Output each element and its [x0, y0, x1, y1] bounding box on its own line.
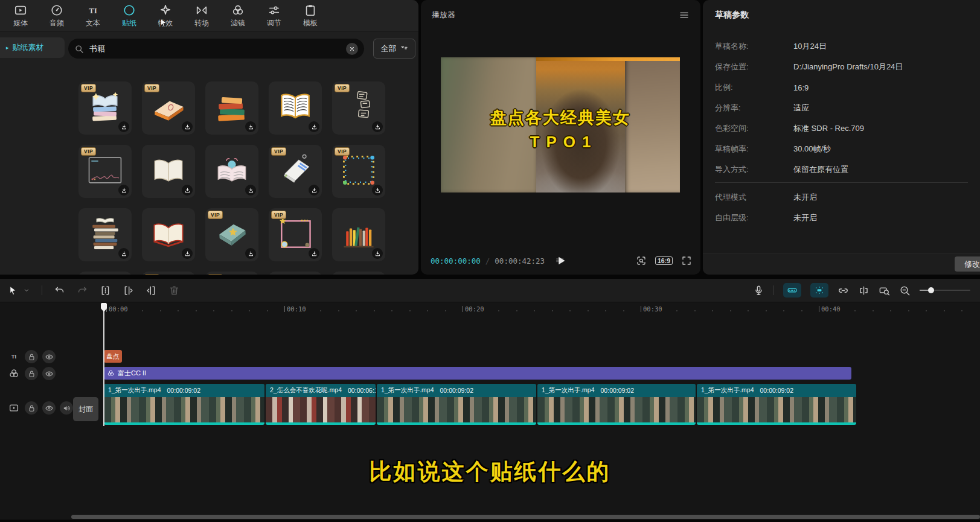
- download-button[interactable]: [372, 248, 383, 259]
- download-button[interactable]: [118, 185, 129, 196]
- search-input[interactable]: [88, 43, 342, 54]
- param-label: 代理模式: [703, 192, 793, 203]
- sticker-4[interactable]: [269, 81, 322, 135]
- select-tool-chevron-icon[interactable]: [23, 287, 30, 294]
- video-clip-5[interactable]: 1_第一次出手.mp400:00:09:02: [697, 384, 856, 425]
- sticker-20[interactable]: [332, 272, 385, 275]
- delete-button[interactable]: [168, 285, 180, 296]
- sticker-7[interactable]: [142, 145, 195, 198]
- video-clip-4[interactable]: 1_第一次出手.mp400:00:09:02: [537, 384, 696, 425]
- download-button[interactable]: [245, 248, 256, 259]
- ruler-minor-tick: [231, 310, 232, 311]
- media-type-toolbar: 媒体音频TI文本贴纸特效转场滤镜调节模板: [0, 0, 418, 32]
- toolbar-item-template[interactable]: 模板: [292, 4, 328, 28]
- sticker-11[interactable]: [78, 208, 132, 261]
- redo-button[interactable]: [77, 285, 88, 296]
- ruler-minor-tick: [730, 310, 731, 311]
- main-track-magnet-toggle[interactable]: [783, 283, 801, 298]
- download-button[interactable]: [309, 121, 319, 132]
- lock-icon[interactable]: [25, 350, 38, 363]
- download-button[interactable]: [309, 248, 319, 259]
- aspect-ratio-button[interactable]: 16:9: [655, 256, 673, 265]
- clip-audio-strip: [697, 422, 856, 425]
- visibility-icon[interactable]: [42, 350, 56, 363]
- ruler-label: 00:30: [643, 305, 662, 313]
- toolbar-item-filter[interactable]: 滤镜: [220, 4, 256, 28]
- toolbar-item-transition[interactable]: 转场: [184, 4, 220, 28]
- sticker-14[interactable]: VIP: [269, 208, 322, 261]
- sticker-9[interactable]: VIP: [269, 145, 322, 198]
- sticker-5[interactable]: VIP: [332, 81, 385, 135]
- sticker-10[interactable]: VIP: [332, 145, 385, 198]
- video-clip-3[interactable]: 1_第一次出手.mp400:00:09:02: [377, 384, 536, 425]
- player-right-controls: 16:9: [636, 252, 692, 270]
- download-button[interactable]: [309, 185, 319, 196]
- mute-icon[interactable]: [60, 401, 73, 415]
- visibility-icon[interactable]: [42, 367, 56, 380]
- sticker-3[interactable]: [205, 81, 258, 135]
- sticker-13[interactable]: VIP: [205, 208, 258, 261]
- download-button[interactable]: [182, 248, 193, 259]
- lock-icon[interactable]: [25, 401, 38, 415]
- sticker-8[interactable]: [205, 145, 258, 198]
- timeline-zoom-slider[interactable]: [920, 285, 970, 296]
- download-button[interactable]: [245, 185, 256, 196]
- linkage-toggle[interactable]: [837, 285, 849, 296]
- sticker-1[interactable]: VIP: [78, 81, 132, 135]
- sticker-15[interactable]: [332, 208, 385, 261]
- filter-clip[interactable]: 富士CC II: [104, 367, 851, 380]
- trim-right-button[interactable]: [146, 285, 157, 296]
- split-button[interactable]: [100, 285, 111, 296]
- select-tool-button[interactable]: [7, 285, 19, 296]
- lock-icon[interactable]: [25, 367, 38, 380]
- ruler-major-tick: [463, 306, 463, 312]
- current-time[interactable]: 00:00:00:00: [431, 256, 481, 266]
- clear-search-button[interactable]: [346, 43, 358, 55]
- auto-snap-toggle[interactable]: [810, 283, 828, 298]
- sticker-12[interactable]: [142, 208, 195, 261]
- toolbar-item-text[interactable]: TI文本: [75, 4, 111, 28]
- sticker-18[interactable]: VIP: [205, 272, 258, 275]
- sticker-17[interactable]: VIP: [142, 272, 195, 275]
- sticker-19[interactable]: [269, 272, 322, 275]
- preview-axis-toggle[interactable]: [858, 285, 870, 296]
- download-button[interactable]: [372, 185, 383, 196]
- category-filter-button[interactable]: 全部: [373, 39, 415, 59]
- download-button[interactable]: [182, 185, 193, 196]
- sticker-6[interactable]: VIP: [78, 145, 132, 198]
- horizontal-scrollbar[interactable]: [71, 515, 980, 519]
- sidebar-item-sticker-material[interactable]: ▸ 贴纸素材: [0, 37, 65, 58]
- download-button[interactable]: [182, 121, 193, 132]
- sticker-2[interactable]: VIP: [142, 81, 195, 135]
- toolbar-item-adjust[interactable]: 调节: [256, 4, 292, 28]
- video-preview[interactable]: 盘点各大经典美女 TPO1: [441, 57, 680, 193]
- visibility-icon[interactable]: [42, 401, 56, 415]
- ruler-minor-tick: [926, 310, 927, 311]
- record-voiceover-button[interactable]: [753, 285, 764, 296]
- draft2-row-1: 代理模式未开启: [703, 187, 980, 208]
- player-menu-icon[interactable]: [679, 10, 690, 21]
- slider-handle[interactable]: [928, 287, 934, 293]
- toolbar-item-sticker[interactable]: 贴纸: [111, 4, 147, 28]
- download-button[interactable]: [245, 121, 256, 132]
- zoom-out-button[interactable]: [899, 285, 911, 296]
- preview-quality-icon[interactable]: [636, 255, 647, 266]
- time-ruler[interactable]: 00:0000:1000:2000:3000:40: [0, 302, 980, 317]
- modify-button[interactable]: 修改: [955, 256, 980, 272]
- fullscreen-icon[interactable]: [681, 255, 692, 266]
- toolbar-item-audio[interactable]: 音频: [39, 4, 75, 28]
- cover-button[interactable]: 封面: [73, 397, 98, 421]
- download-button[interactable]: [372, 121, 383, 132]
- sticker-16[interactable]: [78, 272, 132, 275]
- text-clip[interactable]: 盘点: [104, 350, 122, 363]
- timeline-resize-button[interactable]: [879, 285, 890, 296]
- play-button[interactable]: [554, 254, 568, 267]
- download-button[interactable]: [118, 248, 129, 259]
- download-button[interactable]: [118, 121, 129, 132]
- trim-left-button[interactable]: [123, 285, 134, 296]
- toolbar-item-media[interactable]: 媒体: [2, 4, 39, 28]
- video-clip-1[interactable]: 1_第一次出手.mp400:00:09:02: [104, 384, 264, 425]
- video-clip-2[interactable]: 2_怎么会不喜欢花呢.mp400:00:06:1: [266, 384, 376, 425]
- undo-button[interactable]: [54, 285, 65, 296]
- clip-duration: 00:00:09:02: [440, 387, 473, 394]
